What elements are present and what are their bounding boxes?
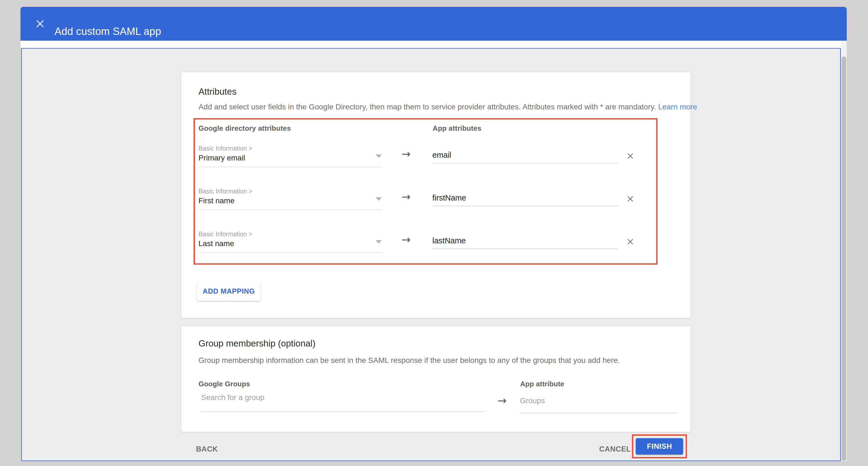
finish-button[interactable]: FINISH xyxy=(636,438,683,455)
close-icon xyxy=(626,194,635,204)
close-button[interactable] xyxy=(34,18,46,30)
mapping-row: Basic Information > First name → xyxy=(195,186,656,229)
directory-attribute-category: Basic Information > xyxy=(198,145,252,152)
arrow-right-icon: → xyxy=(402,234,411,245)
remove-mapping-button[interactable] xyxy=(625,151,636,162)
remove-mapping-button[interactable] xyxy=(625,236,636,247)
annotation-box-finish: FINISH xyxy=(632,434,687,458)
arrow-right-icon: → xyxy=(498,395,507,407)
mapping-row: Basic Information > Primary email → xyxy=(195,144,656,186)
directory-attribute-value: Last name xyxy=(198,239,234,248)
directory-attribute-category: Basic Information > xyxy=(198,187,252,195)
header-gap xyxy=(21,41,847,48)
remove-mapping-button[interactable] xyxy=(625,194,636,204)
select-underline xyxy=(198,209,382,210)
group-app-attribute-input[interactable] xyxy=(519,396,678,413)
group-card-title: Group membership (optional) xyxy=(198,338,315,349)
wizard-body: Attributes Add and select user fields in… xyxy=(21,48,841,461)
select-underline xyxy=(198,167,382,167)
directory-attribute-select[interactable]: Basic Information > First name xyxy=(198,186,386,212)
attributes-card-description: Add and select user fields in the Google… xyxy=(198,102,697,112)
dialog-title: Add custom SAML app xyxy=(55,25,161,37)
close-icon xyxy=(35,19,45,29)
app-attribute-input[interactable] xyxy=(432,236,618,249)
app-attributes-column-header: App attributes xyxy=(433,124,482,133)
group-app-attribute-label: App attribute xyxy=(520,380,564,388)
app-attribute-input[interactable] xyxy=(432,150,618,164)
group-membership-card: Group membership (optional) Group member… xyxy=(181,326,690,432)
directory-attributes-column-header: Google directory attributes xyxy=(198,124,291,133)
close-icon xyxy=(626,151,635,161)
back-button[interactable]: BACK xyxy=(196,445,218,454)
chevron-down-icon xyxy=(376,197,382,201)
directory-attribute-select[interactable]: Basic Information > Primary email xyxy=(198,144,386,169)
cancel-button[interactable]: CANCEL xyxy=(599,445,631,454)
directory-attribute-value: First name xyxy=(198,196,235,205)
app-attribute-input[interactable] xyxy=(432,193,618,206)
select-underline xyxy=(198,252,382,253)
attributes-card: Attributes Add and select user fields in… xyxy=(181,72,690,318)
chevron-down-icon xyxy=(376,240,382,244)
chevron-down-icon xyxy=(376,154,382,158)
annotation-box-mappings: Google directory attributes App attribut… xyxy=(193,118,657,265)
group-search-input[interactable] xyxy=(200,393,485,412)
attributes-card-title: Attributes xyxy=(198,86,236,97)
close-icon xyxy=(626,237,635,246)
arrow-right-icon: → xyxy=(402,148,411,160)
directory-attribute-category: Basic Information > xyxy=(198,230,252,238)
dialog-header: Add custom SAML app xyxy=(21,7,847,41)
scrollbar-thumb[interactable] xyxy=(842,56,846,461)
learn-more-link[interactable]: Learn more xyxy=(658,103,697,111)
mapping-row: Basic Information > Last name → xyxy=(195,229,656,272)
add-mapping-button[interactable]: ADD MAPPING xyxy=(197,282,260,301)
directory-attribute-value: Primary email xyxy=(198,153,245,163)
google-groups-label: Google Groups xyxy=(198,380,250,388)
screen: Add custom SAML app Attributes Add and s… xyxy=(0,0,868,466)
arrow-right-icon: → xyxy=(402,191,411,203)
mapping-rows: Basic Information > Primary email → Basi… xyxy=(195,144,656,272)
scrollbar-track[interactable] xyxy=(841,41,847,461)
group-card-description: Group membership information can be sent… xyxy=(198,356,620,365)
directory-attribute-select[interactable]: Basic Information > Last name xyxy=(198,229,386,255)
